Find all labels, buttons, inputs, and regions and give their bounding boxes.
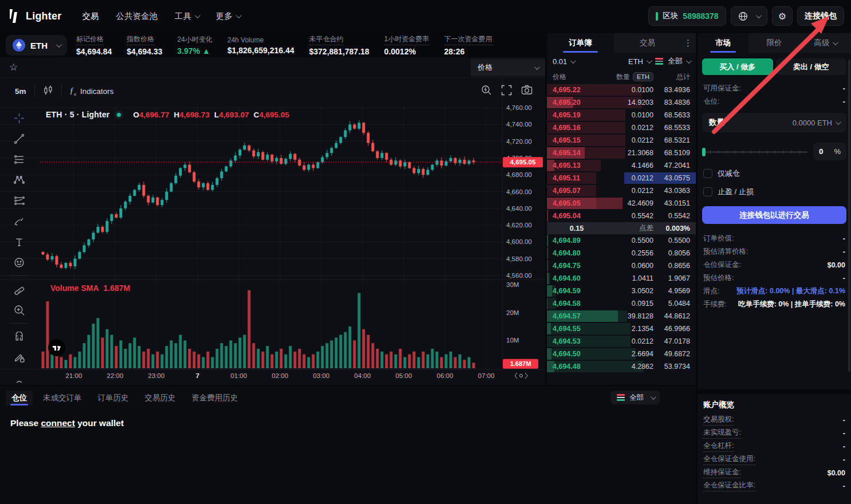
- favorite-star-icon[interactable]: ☆: [9, 61, 18, 73]
- scale-settings-icon[interactable]: [515, 373, 527, 379]
- reduce-only-checkbox-row[interactable]: 仅减仓: [703, 168, 845, 179]
- magnet-tool[interactable]: [0, 326, 38, 347]
- orderbook-ask-row[interactable]: 4,695.110.021243.0575: [547, 172, 696, 184]
- timeframe-button[interactable]: 5m: [15, 87, 26, 96]
- history-tab-4[interactable]: 交易历史: [139, 391, 182, 405]
- percent-input[interactable]: 0 %: [813, 143, 846, 160]
- block-number-pill[interactable]: 区块 58988378: [648, 6, 726, 26]
- fullscreen-icon[interactable]: [501, 85, 512, 97]
- tpsl-checkbox-row[interactable]: 止盈 / 止损: [703, 187, 845, 197]
- trend-line-tool[interactable]: [0, 128, 38, 149]
- price-cell: 4,695.05: [553, 199, 601, 207]
- orderbook-bid-row[interactable]: 4,694.580.09155.0484: [547, 297, 696, 310]
- account-row: 全仓保证金使用:-: [698, 453, 851, 466]
- account-row-value: -: [843, 430, 845, 438]
- nav-link-4[interactable]: 更多: [216, 11, 240, 22]
- depth-filter-select[interactable]: 全部: [668, 56, 690, 66]
- stat-item-6: 1小时资金费率0.0012%: [384, 34, 430, 56]
- text-tool[interactable]: [0, 231, 38, 252]
- tick-size-select[interactable]: 0.01: [553, 57, 574, 66]
- buy-long-button[interactable]: 买入 / 做多: [702, 58, 773, 75]
- account-row-label: 未实现盈亏:: [703, 428, 741, 439]
- positions-filter-select[interactable]: 全部: [610, 391, 660, 404]
- depth-total-bar: [547, 260, 549, 271]
- orderbook-ask-row[interactable]: 4,695.150.021268.5321: [547, 134, 696, 147]
- data-status-icon[interactable]: [115, 111, 123, 119]
- orderbook-bid-row[interactable]: 4,694.530.021247.0178: [547, 335, 696, 348]
- indicators-button[interactable]: Indicators: [80, 87, 114, 96]
- sell-short-button[interactable]: 卖出 / 做空: [776, 58, 847, 75]
- orderbook-bid-row[interactable]: 4,694.890.55000.5500: [547, 234, 696, 247]
- orderbook-tab-2[interactable]: 交易: [614, 33, 681, 53]
- language-selector[interactable]: [731, 6, 767, 26]
- history-tab-1[interactable]: 仓位: [6, 391, 33, 405]
- connect-wallet-trade-button[interactable]: 连接钱包以进行交易: [702, 206, 846, 224]
- settings-button[interactable]: ⚙: [772, 6, 793, 26]
- symbol-selector[interactable]: ETH: [6, 35, 67, 56]
- account-overview: 账户概览 交易股权:-未实现盈亏:-全仓杠杆:-全仓保证金使用:-维持保证金:$…: [698, 389, 851, 493]
- quantity-input[interactable]: 数量 0.0000 ETH: [702, 113, 846, 132]
- orderbook-ask-row[interactable]: 4,695.160.021268.5533: [547, 121, 696, 134]
- brand[interactable]: Lighter: [8, 9, 61, 23]
- orderbook-bid-row[interactable]: 4,694.601.04111.9067: [547, 272, 696, 285]
- candle-style-icon[interactable]: [43, 85, 53, 97]
- tradingview-logo[interactable]: [48, 339, 65, 356]
- order-type-tab-1[interactable]: 市场: [698, 33, 748, 53]
- order-type-tab-2[interactable]: 限价: [748, 33, 799, 53]
- more-menu-icon[interactable]: ⋮: [681, 33, 696, 53]
- price-cell: 4,695.15: [553, 136, 601, 144]
- order-type-tab-3[interactable]: 高级: [800, 33, 851, 53]
- ruler-tool[interactable]: [0, 279, 38, 300]
- orderbook-bid-row[interactable]: 4,694.502.669449.6872: [547, 348, 696, 360]
- orderbook-ask-row[interactable]: 4,695.040.55420.5542: [547, 210, 696, 222]
- orderbook-bid-row[interactable]: 4,694.5739.812844.8612: [547, 310, 696, 322]
- orderbook-ask-row[interactable]: 4,695.134.146647.2041: [547, 159, 696, 172]
- size-cell: 2.6694: [601, 350, 653, 358]
- nav-link-1[interactable]: 交易: [82, 11, 99, 22]
- orderbook-asks: 4,695.220.010083.49364,695.2014.920383.4…: [547, 84, 696, 222]
- orderbook-ask-row[interactable]: 4,695.2014.920383.4836: [547, 96, 696, 109]
- orderbook-ask-row[interactable]: 4,695.190.010068.5633: [547, 109, 696, 121]
- orderbook-bid-row[interactable]: 4,694.800.25560.8056: [547, 247, 696, 259]
- spread-row[interactable]: 0.15 点差 0.003%: [547, 222, 696, 234]
- price-chart[interactable]: 4,760.004,740.004,720.004,700.004,680.00…: [0, 57, 545, 385]
- history-tab-3[interactable]: 订单历史: [92, 391, 135, 405]
- emoji-tool[interactable]: [0, 252, 38, 273]
- xabcd-pattern-tool[interactable]: [0, 170, 38, 190]
- checkbox-icon[interactable]: [703, 169, 712, 178]
- more-tools-tool[interactable]: [0, 368, 38, 388]
- size-percent-slider[interactable]: [702, 147, 807, 156]
- orderbook-bid-row[interactable]: 4,694.593.05024.9569: [547, 285, 696, 297]
- camera-icon[interactable]: [521, 85, 533, 97]
- slider-tick: [767, 150, 767, 154]
- orderbook-bid-row[interactable]: 4,694.750.06000.8656: [547, 259, 696, 272]
- history-tab-5[interactable]: 资金费用历史: [186, 391, 244, 405]
- crosshair-tool[interactable]: [0, 108, 38, 128]
- nav-link-3[interactable]: 工具: [175, 11, 199, 22]
- connect-link[interactable]: connect: [41, 418, 74, 428]
- unit-select[interactable]: ETH: [628, 57, 651, 66]
- magnifier-bolt-icon[interactable]: [481, 85, 492, 97]
- forecast-tool[interactable]: [0, 190, 38, 211]
- history-tab-2[interactable]: 未成交订单: [37, 391, 88, 405]
- nav-link-2[interactable]: 公共资金池: [116, 11, 157, 22]
- orderbook-ask-row[interactable]: 4,695.220.010083.4936: [547, 84, 696, 96]
- slider-thumb[interactable]: [702, 148, 706, 156]
- brush-tool[interactable]: [0, 211, 38, 231]
- orderbook-tab-1[interactable]: 订单簿: [547, 33, 614, 53]
- orderbook-bid-row[interactable]: 4,694.484.286253.9734: [547, 360, 696, 373]
- price-display-select[interactable]: 价格: [471, 59, 545, 76]
- fib-retracement-tool[interactable]: [0, 149, 38, 170]
- ohlc-pair: H4,698.73: [174, 111, 210, 119]
- indicators-fx-icon[interactable]: ƒx: [70, 86, 77, 97]
- zoom-in-tool[interactable]: [0, 300, 38, 320]
- checkbox-icon[interactable]: [703, 187, 712, 196]
- orderbook-ask-row[interactable]: 4,695.1421.306868.5109: [547, 147, 696, 159]
- edit-lock-tool[interactable]: [0, 347, 38, 368]
- total-cell: 43.0151: [653, 199, 690, 207]
- orderbook-ask-row[interactable]: 4,695.070.021243.0363: [547, 184, 696, 197]
- scrollbar[interactable]: [848, 60, 850, 372]
- orderbook-bid-row[interactable]: 4,694.552.135446.9966: [547, 322, 696, 335]
- orderbook-ask-row[interactable]: 4,695.0542.460943.0151: [547, 197, 696, 210]
- connect-wallet-button[interactable]: 连接钱包: [797, 6, 844, 26]
